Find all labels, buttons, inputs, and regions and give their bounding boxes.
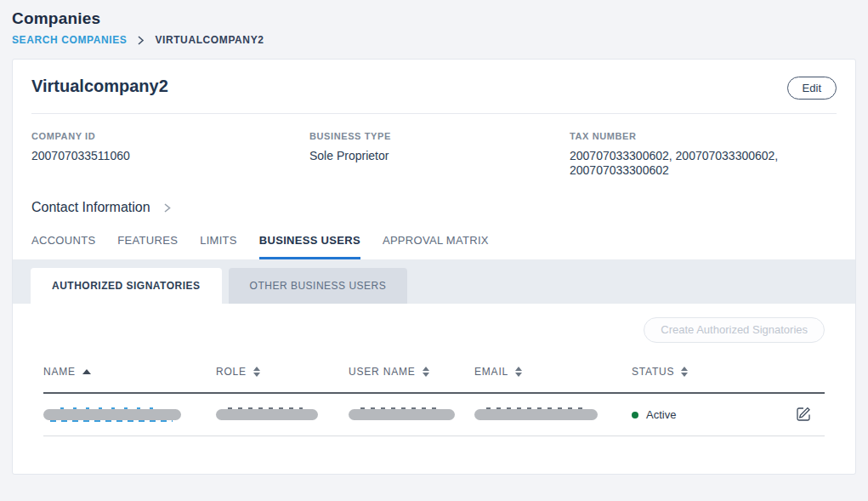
tab-approval-matrix[interactable]: APPROVAL MATRIX (383, 234, 489, 259)
sort-icon (515, 367, 522, 377)
tax-number-label: TAX NUMBER (570, 131, 808, 141)
page-header: Companies SEARCH COMPANIES VIRTUALCOMPAN… (0, 0, 868, 59)
breadcrumb-current: VIRTUALCOMPANY2 (155, 34, 264, 46)
redacted-user-name-text (349, 409, 455, 420)
sort-icon (253, 367, 260, 377)
main-tabs: ACCOUNTS FEATURES LIMITS BUSINESS USERS … (13, 215, 855, 259)
redacted-name-link[interactable] (43, 409, 181, 420)
company-id-value: 200707033511060 (31, 149, 309, 163)
contact-information-expander[interactable]: Contact Information (13, 178, 855, 215)
contact-information-label: Contact Information (31, 200, 150, 215)
redacted-role-text (216, 409, 318, 420)
page-title: Companies (12, 9, 856, 28)
tax-number-value: 200707033300602, 200707033300602, 200707… (570, 149, 808, 178)
subtab-other-business-users[interactable]: OTHER BUSINESS USERS (229, 268, 408, 304)
tab-limits[interactable]: LIMITS (200, 234, 237, 259)
subtab-band: AUTHORIZED SIGNATORIES OTHER BUSINESS US… (13, 259, 855, 304)
column-header-role[interactable]: ROLE (216, 366, 349, 378)
edit-pencil-icon (795, 405, 813, 425)
sort-ascending-icon (82, 369, 91, 374)
status-badge: Active (632, 408, 768, 421)
tab-accounts[interactable]: ACCOUNTS (31, 234, 95, 259)
table-header-row: NAME ROLE USER NAME EMAIL STATUS (43, 366, 825, 394)
subtab-authorized-signatories[interactable]: AUTHORIZED SIGNATORIES (31, 268, 222, 304)
company-name-heading: Virtualcompany2 (31, 77, 168, 96)
column-header-status[interactable]: STATUS (632, 366, 768, 378)
edit-button[interactable]: Edit (787, 77, 837, 100)
company-detail-card: Virtualcompany2 Edit COMPANY ID 20070703… (12, 59, 856, 475)
business-type-value: Sole Proprietor (309, 149, 570, 163)
redacted-email-text (474, 409, 598, 420)
column-header-user-name[interactable]: USER NAME (349, 366, 474, 378)
company-fields: COMPANY ID 200707033511060 BUSINESS TYPE… (13, 114, 855, 178)
create-authorized-signatories-button[interactable]: Create Authorized Signatories (644, 317, 825, 343)
chevron-right-icon (137, 36, 145, 45)
company-id-label: COMPANY ID (31, 131, 309, 141)
breadcrumb: SEARCH COMPANIES VIRTUALCOMPANY2 (12, 34, 856, 46)
edit-row-button[interactable] (795, 405, 813, 425)
column-header-email[interactable]: EMAIL (474, 366, 632, 378)
authorized-signatories-panel: Create Authorized Signatories NAME ROLE … (13, 304, 855, 436)
tab-business-users[interactable]: BUSINESS USERS (259, 234, 360, 259)
column-header-name[interactable]: NAME (43, 366, 216, 378)
tab-features[interactable]: FEATURES (117, 234, 178, 259)
sort-icon (423, 367, 429, 377)
active-status-dot-icon (632, 412, 638, 418)
sort-icon (681, 367, 688, 377)
chevron-right-icon (162, 202, 172, 213)
business-type-label: BUSINESS TYPE (309, 131, 570, 141)
table-row: Active (43, 394, 825, 436)
breadcrumb-search-companies-link[interactable]: SEARCH COMPANIES (12, 34, 127, 46)
